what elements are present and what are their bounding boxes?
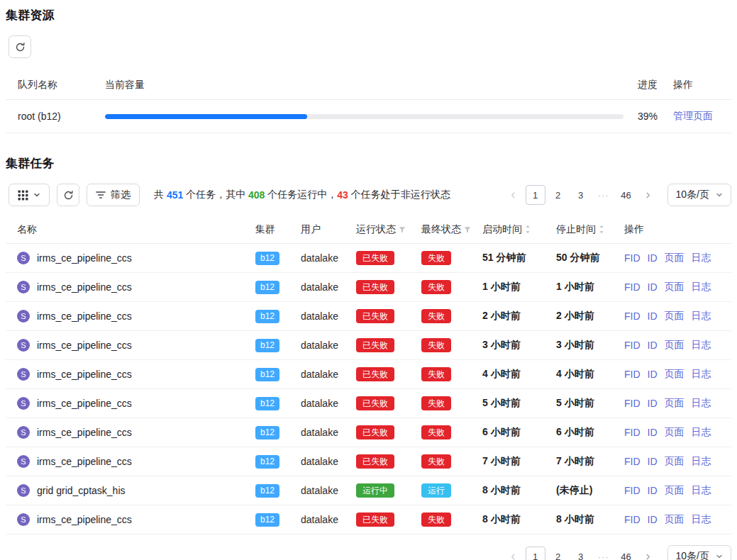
task-user: datalake [292, 427, 348, 438]
page-number[interactable]: 2 [548, 547, 568, 560]
log-link[interactable]: 日志 [692, 339, 711, 352]
prev-page-button[interactable] [504, 185, 523, 205]
task-stop-time: 5 小时前 [548, 397, 616, 410]
task-row: S irms_ce_pipeline_ccs b12 datalake 已失败 … [6, 331, 731, 360]
sort-carets-icon[interactable] [525, 225, 531, 234]
task-row: S irms_ce_pipeline_ccs b12 datalake 已失败 … [6, 302, 731, 331]
id-link[interactable]: ID [648, 398, 658, 409]
final-status-badge: 失败 [421, 513, 451, 527]
fid-link[interactable]: FID [624, 281, 641, 293]
fid-link[interactable]: FID [624, 310, 641, 322]
task-name: irms_ce_pipeline_ccs [37, 427, 132, 438]
page-link[interactable]: 页面 [665, 281, 685, 293]
page-number[interactable]: 46 [616, 547, 636, 560]
task-stop-time: 2 小时前 [548, 310, 616, 323]
fid-link[interactable]: FID [624, 340, 641, 351]
task-user: datalake [292, 514, 348, 525]
page-number[interactable]: 46 [616, 185, 636, 205]
page-link[interactable]: 页面 [665, 397, 685, 410]
run-status-badge: 已失败 [356, 309, 394, 323]
task-avatar: S [17, 310, 30, 323]
summary-part: 43 [337, 189, 348, 201]
task-start-time: 7 小时前 [474, 455, 548, 468]
page-link[interactable]: 页面 [665, 252, 685, 264]
final-status-badge: 运行 [421, 483, 451, 498]
task-start-time: 1 小时前 [474, 281, 548, 293]
id-link[interactable]: ID [648, 427, 658, 438]
log-link[interactable]: 日志 [692, 397, 711, 410]
id-link[interactable]: ID [648, 369, 658, 380]
log-link[interactable]: 日志 [692, 368, 711, 381]
page-number[interactable]: 3 [571, 547, 591, 560]
column-settings-button[interactable] [9, 184, 50, 206]
page-number[interactable]: 1 [526, 547, 545, 560]
task-avatar: S [17, 339, 30, 352]
run-status-badge: 运行中 [356, 483, 394, 498]
id-link[interactable]: ID [648, 252, 658, 264]
id-link[interactable]: ID [648, 281, 658, 293]
task-stop-time: 1 小时前 [548, 281, 616, 293]
next-page-button[interactable] [639, 547, 658, 560]
id-link[interactable]: ID [648, 340, 658, 351]
log-link[interactable]: 日志 [692, 281, 711, 293]
log-link[interactable]: 日志 [692, 252, 711, 264]
task-row: S irms_ce_pipeline_ccs b12 datalake 已失败 … [6, 360, 731, 389]
resources-refresh-button[interactable] [9, 35, 31, 58]
task-avatar: S [17, 455, 30, 468]
manage-page-link[interactable]: 管理页面 [673, 110, 713, 121]
log-link[interactable]: 日志 [692, 513, 711, 526]
prev-page-button[interactable] [504, 547, 523, 560]
page-number[interactable]: ··· [594, 185, 614, 205]
id-link[interactable]: ID [648, 456, 658, 467]
page-size-select[interactable]: 10条/页 [667, 545, 731, 560]
fid-link[interactable]: FID [624, 427, 641, 438]
log-link[interactable]: 日志 [692, 310, 711, 323]
col-header-stop-time: 停止时间 [548, 223, 616, 236]
filter-funnel-icon[interactable] [464, 226, 471, 233]
log-link[interactable]: 日志 [692, 484, 711, 497]
cluster-badge: b12 [255, 513, 279, 527]
log-link[interactable]: 日志 [692, 455, 711, 468]
task-avatar: S [17, 368, 30, 381]
page-link[interactable]: 页面 [665, 368, 685, 381]
fid-link[interactable]: FID [624, 252, 641, 264]
page-number[interactable]: 3 [571, 185, 591, 205]
filter-button[interactable]: 筛选 [87, 184, 140, 206]
fid-link[interactable]: FID [624, 514, 641, 525]
page-link[interactable]: 页面 [665, 455, 685, 468]
page-number[interactable]: ··· [594, 547, 614, 560]
run-status-badge: 已失败 [356, 454, 394, 469]
col-header-start-time: 启动时间 [474, 223, 548, 236]
id-link[interactable]: ID [648, 485, 658, 496]
cluster-badge: b12 [255, 310, 279, 323]
fid-link[interactable]: FID [624, 485, 641, 496]
log-link[interactable]: 日志 [692, 426, 711, 439]
filter-button-label: 筛选 [111, 189, 131, 201]
task-avatar: S [17, 484, 30, 497]
page-number[interactable]: 1 [526, 185, 545, 205]
task-name: grid grid_cptask_his [37, 485, 126, 496]
tasks-refresh-button[interactable] [57, 184, 79, 206]
id-link[interactable]: ID [648, 514, 658, 525]
page-link[interactable]: 页面 [665, 310, 685, 323]
id-link[interactable]: ID [648, 310, 658, 322]
chevron-down-icon [716, 553, 723, 560]
col-header-actions: 操作 [616, 223, 731, 236]
run-status-badge: 已失败 [356, 396, 394, 410]
page-number[interactable]: 2 [548, 185, 568, 205]
filter-funnel-icon[interactable] [399, 226, 406, 233]
page-link[interactable]: 页面 [665, 484, 685, 497]
sort-carets-icon[interactable] [599, 225, 604, 234]
page-link[interactable]: 页面 [665, 339, 685, 352]
summary-part: 451 [167, 189, 183, 201]
page-list: 1 2 3 ··· 46 [526, 547, 636, 560]
fid-link[interactable]: FID [624, 369, 641, 380]
next-page-button[interactable] [639, 185, 658, 205]
task-name: irms_ce_pipeline_ccs [37, 281, 132, 293]
fid-link[interactable]: FID [624, 398, 641, 409]
page-size-select[interactable]: 10条/页 [667, 184, 731, 206]
page-link[interactable]: 页面 [665, 426, 685, 439]
page-size-label: 10条/页 [676, 189, 709, 201]
page-link[interactable]: 页面 [665, 513, 685, 526]
fid-link[interactable]: FID [624, 456, 641, 467]
